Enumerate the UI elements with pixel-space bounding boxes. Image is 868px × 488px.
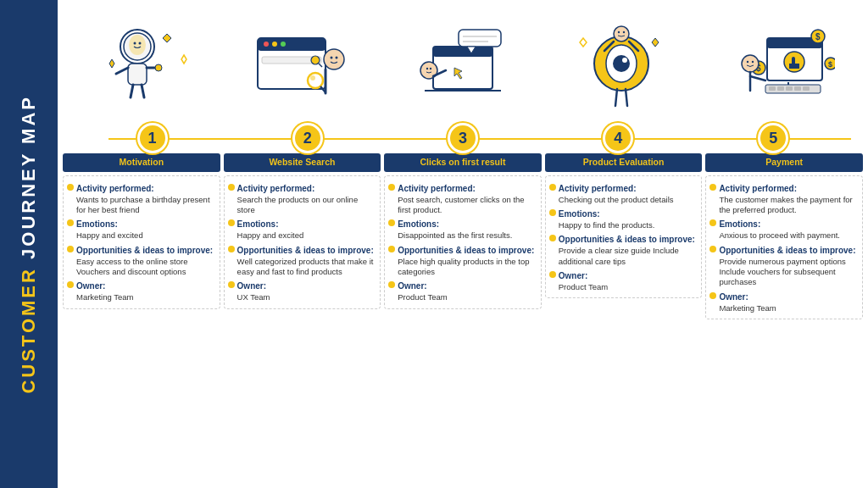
step-circle-4: 4 <box>603 123 633 153</box>
activity-title-4: Activity performed: <box>549 183 698 194</box>
owner-text-5: Marketing Team <box>709 303 859 313</box>
dot <box>67 184 74 191</box>
svg-point-39 <box>614 26 629 42</box>
sidebar-title: CUSTOMER JOURNEY MAP <box>19 95 38 394</box>
col-body-4: Activity performed: Checking out the pro… <box>545 175 703 299</box>
opps-text-1: Easy access to the online store Vouchers… <box>67 257 216 278</box>
activity-text-1: Wants to purchase a birthday present for… <box>67 195 216 216</box>
activity-title-5: Activity performed: <box>709 183 859 194</box>
opps-text-4: Provide a clear size guide Include addit… <box>549 246 698 267</box>
main-content: $ $ $ <box>58 0 868 488</box>
illus-step-3 <box>383 13 542 123</box>
dot <box>388 219 395 226</box>
svg-rect-59 <box>769 86 776 91</box>
svg-point-4 <box>138 42 141 45</box>
svg-marker-43 <box>652 38 659 47</box>
emotions-text-4: Happy to find the products. <box>549 220 698 230</box>
dot <box>709 219 716 226</box>
svg-rect-61 <box>786 86 793 91</box>
owner-title-5: Owner: <box>709 291 859 302</box>
svg-point-2 <box>129 35 146 55</box>
col-header-2: Website Search <box>224 153 381 172</box>
svg-marker-7 <box>163 34 171 42</box>
timeline-row: 1 2 3 4 5 <box>58 123 868 153</box>
opps-text-3: Place high quality products in the top c… <box>388 257 537 278</box>
svg-text:$: $ <box>815 32 821 42</box>
svg-rect-27 <box>459 30 501 47</box>
col-body-3: Activity performed: Post search, custome… <box>384 175 542 309</box>
col-header-5: Payment <box>705 153 863 172</box>
svg-point-13 <box>272 42 277 47</box>
activity-text-2: Search the products on our online store <box>228 195 377 216</box>
svg-marker-9 <box>181 55 186 64</box>
dot <box>228 184 235 191</box>
dot <box>228 281 235 288</box>
dot <box>228 219 235 226</box>
owner-title-2: Owner: <box>228 280 377 291</box>
emotions-text-3: Disappointed as the first results. <box>388 230 537 241</box>
opps-text-5: Provide numerous payment options Include… <box>709 257 859 288</box>
emotions-title-5: Emotions: <box>709 219 859 230</box>
dot <box>388 281 395 288</box>
svg-point-6 <box>155 64 162 71</box>
opps-title-3: Opportunities & ideas to improve: <box>388 245 537 256</box>
column-2: Website Search Activity performed: Searc… <box>224 153 381 485</box>
dot <box>228 246 235 252</box>
illus-step-4 <box>542 13 701 123</box>
opps-title-2: Opportunities & ideas to improve: <box>228 245 377 256</box>
opps-text-2: Well categorized products that make it e… <box>228 257 377 278</box>
svg-text:$: $ <box>828 60 832 69</box>
illus-step-1 <box>66 13 225 123</box>
dot <box>709 246 716 252</box>
svg-point-57 <box>752 61 754 63</box>
col-header-4: Product Evaluation <box>545 153 703 172</box>
svg-point-38 <box>622 58 627 63</box>
svg-point-18 <box>324 49 344 69</box>
svg-rect-63 <box>803 86 810 91</box>
activity-text-5: The customer makes the payment for the p… <box>709 195 859 216</box>
opps-title-5: Opportunities & ideas to improve: <box>709 245 859 256</box>
step-circle-3: 3 <box>448 123 478 153</box>
svg-rect-25 <box>433 47 492 57</box>
owner-title-3: Owner: <box>388 280 537 291</box>
dot <box>549 209 556 216</box>
svg-point-40 <box>618 31 620 33</box>
svg-point-32 <box>426 68 428 69</box>
illustrations-row: $ $ $ <box>58 0 868 123</box>
svg-point-41 <box>623 31 625 33</box>
dot <box>549 184 556 191</box>
activity-text-3: Post search, customer clicks on the firs… <box>388 195 537 216</box>
sidebar-word-journey: JOURNEY MAP <box>18 95 39 259</box>
column-5: Payment Activity performed: The customer… <box>705 153 863 485</box>
svg-rect-60 <box>777 86 784 91</box>
svg-point-23 <box>310 75 315 80</box>
col-body-5: Activity performed: The customer makes t… <box>705 175 863 319</box>
col-body-1: Activity performed: Wants to purchase a … <box>63 175 220 309</box>
activity-title-1: Activity performed: <box>67 183 216 194</box>
svg-rect-62 <box>794 86 801 91</box>
emotions-title-2: Emotions: <box>228 219 377 230</box>
col-header-1: Motivation <box>63 153 220 172</box>
opps-title-1: Opportunities & ideas to improve: <box>67 245 216 256</box>
svg-rect-5 <box>128 64 147 85</box>
emotions-title-4: Emotions: <box>549 208 698 219</box>
emotions-text-2: Happy and excited <box>228 230 377 241</box>
sidebar-word-customer: CUSTOMER <box>18 259 39 394</box>
dot <box>709 292 716 299</box>
dot <box>67 219 74 226</box>
step-circle-5: 5 <box>758 123 788 153</box>
dot <box>388 246 395 252</box>
col-header-3: Clicks on first result <box>384 153 542 172</box>
dot <box>549 235 556 241</box>
opps-title-4: Opportunities & ideas to improve: <box>549 234 698 245</box>
activity-title-3: Activity performed: <box>388 183 537 194</box>
svg-point-33 <box>430 68 431 69</box>
col-body-2: Activity performed: Search the products … <box>224 175 381 309</box>
dot <box>67 281 74 288</box>
column-1: Motivation Activity performed: Wants to … <box>63 153 220 485</box>
emotions-text-5: Anxious to proceed with payment. <box>709 230 859 241</box>
illus-step-5: $ $ $ <box>701 13 860 123</box>
step-circle-2: 2 <box>292 123 323 153</box>
column-3: Clicks on first result Activity performe… <box>384 153 542 485</box>
svg-point-14 <box>281 42 286 47</box>
